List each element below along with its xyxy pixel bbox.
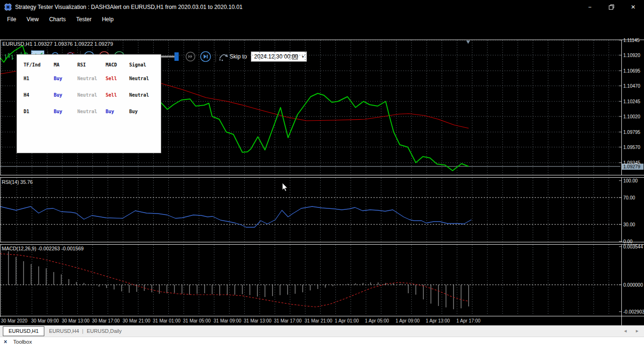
time-axis-label: 31 Mar 09:00: [214, 318, 241, 323]
price-axis-label: 1.11145: [623, 38, 640, 43]
time-axis-label: 1 Apr 17:00: [456, 318, 480, 323]
price-axis-label: 1.09795: [623, 130, 640, 135]
time-axis-label: 31 Mar 21:00: [305, 318, 332, 323]
chart-bottom-frame: [0, 316, 644, 316]
time-axis-label: 30 Mar 17:00: [92, 318, 120, 323]
close-button[interactable]: ✕: [622, 0, 644, 14]
strategy-tester-window: Strategy Tester Visualization : DASH3Ale…: [0, 0, 644, 347]
time-axis-label: 30 Mar 09:00: [31, 318, 59, 323]
dashboard-header: TF/Ind: [24, 62, 41, 67]
panel-separator-rsi[interactable]: [0, 175, 644, 178]
dashboard-header: Signal: [129, 62, 146, 67]
price-axis-label: 1.09570: [623, 145, 640, 150]
price-axis-label: 1.09345: [623, 160, 640, 165]
rsi-axis-label: 70.00: [623, 195, 635, 200]
dashboard-header: MA: [54, 62, 59, 67]
ohlc-label: EURUSD,H1 1.09327 1.09376 1.09222 1.0927…: [2, 41, 113, 47]
tab-eurusd-daily[interactable]: EURUSD,Daily: [87, 328, 122, 334]
macd-axis-label: 0.000000: [623, 282, 643, 288]
price-axis-label: 1.10920: [623, 53, 640, 58]
rsi-axis-label: 30.00: [623, 222, 635, 227]
macd-axis-label: -0.002903: [623, 309, 644, 314]
time-axis-label: 30 Mar 21:00: [123, 318, 150, 323]
dashboard-signal-cell: Sell: [106, 92, 117, 98]
time-axis-label: 31 Mar 17:00: [274, 318, 302, 323]
dashboard-signal-cell: Buy: [54, 76, 62, 81]
ma-line: [67, 53, 74, 53]
dashboard-signal-cell: Buy: [106, 109, 114, 114]
macd-axis-label: 0.003544: [623, 244, 643, 249]
price-axis-label: 1.10245: [623, 99, 640, 104]
menu-item-help[interactable]: Help: [97, 15, 119, 24]
toolbar: Skip to 2024.12.30 00:00 ▼: [0, 25, 644, 40]
restore-button[interactable]: [601, 0, 622, 14]
menu-item-charts[interactable]: Charts: [44, 15, 71, 24]
dashboard-signal-cell: Neutral: [77, 92, 97, 98]
price-axis-label: 1.10695: [623, 68, 640, 74]
macd-label: MACD(12,26,9) -0.002263 -0.001569: [2, 246, 83, 251]
dashboard-signal-cell: Neutral: [129, 76, 149, 81]
price-axis-label: 1.10020: [623, 114, 640, 119]
time-axis-label: 1 Apr 09:00: [396, 318, 420, 323]
ma-line: [0, 71, 16, 74]
time-axis-label: 1 Apr 01:00: [335, 318, 359, 323]
dashboard-signal-cell: Sell: [106, 76, 117, 81]
panel-separator-macd[interactable]: [0, 242, 644, 245]
minimize-button[interactable]: −: [579, 0, 601, 14]
tab-eurusd-h4[interactable]: EURUSD,H4: [49, 328, 79, 334]
title-bar: Strategy Tester Visualization : DASH3Ale…: [0, 0, 644, 14]
mouse-cursor: [282, 183, 289, 192]
dashboard-header: MACD: [106, 62, 117, 67]
axis-divider: [621, 40, 622, 325]
dashboard-row-tf: H1: [24, 76, 29, 81]
tab-separator: |: [82, 328, 83, 334]
dashboard-row-tf: H4: [24, 92, 29, 98]
time-axis-label: 31 Mar 05:00: [183, 318, 211, 323]
tab-scroll-right-arrow[interactable]: ►: [635, 329, 639, 333]
rsi-label: RSI(14) 35.76: [2, 179, 33, 185]
app-icon: [4, 3, 12, 11]
time-axis-label: 1 Apr 05:00: [365, 318, 389, 323]
chart-left-frame: [0, 40, 0, 317]
menu-item-tester[interactable]: Tester: [71, 15, 97, 24]
macd-signal-line: [0, 254, 469, 307]
dashboard-header: RSI: [77, 62, 86, 67]
chart-top-frame: [0, 40, 644, 40]
tab-eurusd-h1[interactable]: EURUSD,H1: [3, 326, 44, 336]
time-axis-label: 30 Mar 2020: [1, 318, 27, 323]
price-axis-label: 1.10470: [623, 83, 640, 89]
toolbox-label[interactable]: Toolbox: [13, 339, 32, 345]
dashboard-signal-cell: Neutral: [77, 76, 97, 81]
time-axis-label: 1 Apr 13:00: [426, 318, 450, 323]
time-axis-label: 31 Mar 13:00: [244, 318, 272, 323]
tab-scroll-left-arrow[interactable]: ◄: [623, 329, 627, 333]
dashboard-row-tf: D1: [24, 109, 29, 114]
window-title: Strategy Tester Visualization : DASH3Ale…: [15, 4, 242, 10]
rsi-axis-label: 100.00: [623, 178, 638, 183]
signal-dashboard-panel: TF/IndMARSIMACDSignalH1BuyNeutralSellNeu…: [17, 54, 161, 153]
dashboard-signal-cell: Buy: [54, 92, 62, 98]
current-bar-marker: [466, 41, 470, 44]
time-axis-label: 31 Mar 01:00: [153, 318, 181, 323]
toolbox-bar: × Toolbox: [0, 337, 644, 347]
toolbox-close-icon[interactable]: ×: [4, 339, 7, 345]
dashboard-signal-cell: Buy: [129, 109, 138, 114]
time-axis-label: 30 Mar 13:00: [62, 318, 90, 323]
rsi-axis-label: 0.00: [623, 239, 632, 244]
chart-tab-bar: EURUSD,H1 EURUSD,H4 | EURUSD,Daily ◄ ►: [0, 325, 644, 337]
dashboard-signal-cell: Neutral: [129, 92, 149, 98]
rsi-line: [0, 207, 471, 227]
menu-bar: FileViewChartsTesterHelp: [0, 14, 644, 25]
ma-line: [161, 83, 469, 128]
dashboard-signal-cell: Neutral: [77, 109, 97, 114]
menu-item-file[interactable]: File: [2, 15, 21, 24]
menu-item-view[interactable]: View: [21, 15, 44, 24]
dashboard-signal-cell: Buy: [54, 109, 62, 114]
